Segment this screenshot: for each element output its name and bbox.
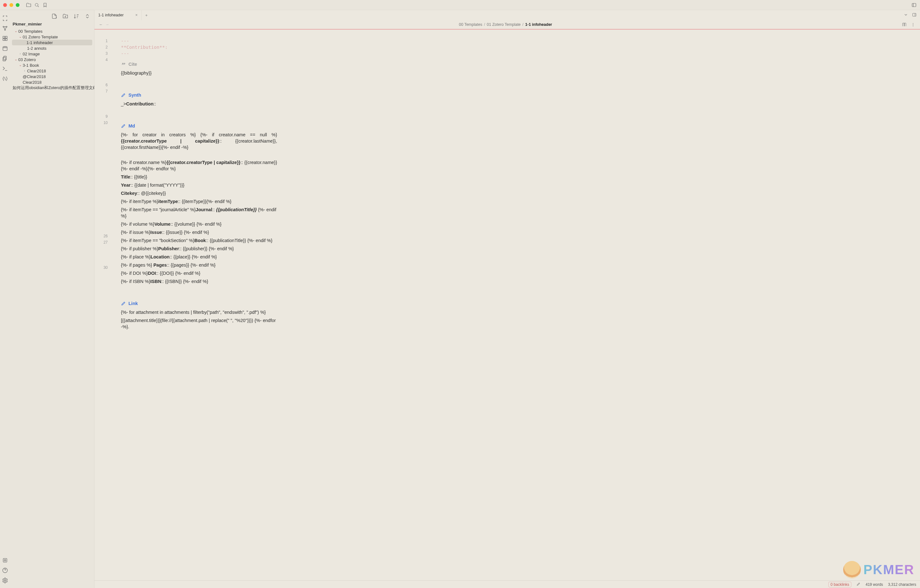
reading-view-icon[interactable]	[902, 22, 907, 28]
svg-rect-6	[5, 36, 7, 38]
svg-rect-8	[5, 39, 7, 40]
heading-cite: Cite	[121, 61, 277, 67]
svg-rect-9	[3, 47, 7, 51]
heading-link: Link	[121, 300, 277, 306]
breadcrumb-bar: ← → 00 Templates / 01 Zotero Template / …	[94, 20, 920, 29]
explorer-toolbar	[10, 10, 94, 21]
tree-label: 03 Zotero	[18, 57, 36, 62]
file-tree: 00 Templates01 Zotero Template1-1 infohe…	[10, 28, 94, 588]
svg-point-0	[35, 3, 38, 6]
heading-md: Md	[121, 123, 277, 129]
folder-item[interactable]: 00 Templates	[10, 28, 94, 34]
minimize-window[interactable]	[10, 3, 13, 7]
svg-point-13	[5, 560, 6, 561]
sort-icon[interactable]	[73, 13, 79, 19]
file-item[interactable]: 如何运用obsidian和Zotero的插件配置整理文献管理实现...	[10, 85, 94, 91]
tree-label: Clear2018	[22, 80, 42, 85]
pencil-icon	[121, 301, 126, 306]
ribbon	[0, 10, 10, 588]
tab-dropdown-icon[interactable]	[904, 13, 908, 18]
graph-icon[interactable]	[2, 25, 8, 31]
settings-icon[interactable]	[2, 577, 8, 583]
folder-item[interactable]: 03 Zotero	[10, 57, 94, 62]
files-icon[interactable]	[2, 55, 8, 62]
tree-label: 01 Zotero Template	[22, 35, 58, 39]
svg-point-15	[5, 580, 6, 582]
folder-item[interactable]: 02 Image	[10, 51, 94, 57]
svg-rect-12	[3, 559, 7, 562]
tree-label: 1-1 infoheader	[26, 40, 53, 45]
editor[interactable]: 123467910262730 --- **Contribution**: --…	[94, 29, 920, 580]
vault-switcher-icon[interactable]	[2, 557, 8, 564]
edit-mode-icon[interactable]	[857, 582, 860, 587]
tree-label: @Clear2018	[22, 74, 45, 79]
quote-icon	[121, 62, 126, 67]
file-item[interactable]: 1-2 annots	[10, 45, 94, 51]
daily-note-icon[interactable]	[2, 45, 8, 52]
help-icon[interactable]	[2, 567, 8, 573]
tab-infoheader[interactable]: 1-1 infoheader ×	[94, 10, 142, 20]
new-note-icon[interactable]	[51, 13, 57, 19]
tree-label: 02 Image	[22, 52, 40, 56]
tree-label: 00 Templates	[18, 29, 42, 34]
svg-point-17	[913, 23, 914, 24]
tree-label: Clear2018	[26, 69, 46, 73]
folder-item[interactable]: 3-1 Book	[10, 62, 94, 68]
new-tab-button[interactable]: +	[142, 10, 151, 20]
tab-title: 1-1 infoheader	[98, 13, 124, 17]
tree-label: 1-2 annots	[26, 46, 46, 51]
file-explorer: Pkmer_mimier 00 Templates01 Zotero Templ…	[10, 10, 94, 588]
maximize-window[interactable]	[16, 3, 19, 7]
svg-point-19	[913, 26, 914, 26]
backlinks-count[interactable]: 0 backlinks	[828, 582, 851, 587]
search-icon[interactable]	[34, 2, 40, 8]
command-icon[interactable]	[2, 65, 8, 72]
templater-icon[interactable]	[2, 76, 8, 82]
file-item[interactable]: @Clear2018	[10, 74, 94, 79]
line-gutter: 123467910262730	[94, 38, 113, 343]
vault-icon[interactable]	[26, 2, 31, 8]
svg-rect-10	[4, 56, 6, 60]
file-item[interactable]: 1-1 infoheader	[12, 40, 92, 45]
svg-rect-11	[3, 57, 5, 61]
document-body[interactable]: --- **Contribution**: --- Cite {{bibliog…	[113, 38, 277, 343]
collapse-icon[interactable]	[84, 13, 91, 19]
canvas-icon[interactable]	[2, 35, 8, 42]
svg-point-18	[913, 24, 914, 25]
titlebar	[0, 0, 920, 10]
more-options-icon[interactable]	[910, 22, 915, 28]
new-folder-icon[interactable]	[62, 13, 68, 19]
status-bar: 0 backlinks 419 words 3,312 characters	[94, 580, 920, 588]
left-panel-toggle-icon[interactable]	[911, 2, 917, 8]
nav-back-icon[interactable]: ←	[99, 22, 103, 27]
tab-bar: 1-1 infoheader × +	[94, 10, 920, 20]
pencil-icon	[121, 123, 126, 128]
tree-label: 如何运用obsidian和Zotero的插件配置整理文献管理实现...	[12, 85, 94, 91]
nav-forward-icon[interactable]: →	[105, 22, 110, 27]
close-window[interactable]	[3, 3, 7, 7]
window-controls	[3, 3, 19, 7]
svg-point-4	[5, 29, 5, 30]
heading-synth: Synth	[121, 92, 277, 98]
bookmark-icon[interactable]	[42, 2, 48, 8]
svg-rect-16	[913, 13, 916, 16]
quick-switcher-icon[interactable]	[2, 15, 8, 21]
breadcrumb[interactable]: 00 Templates / 01 Zotero Template / 1-1 …	[112, 22, 899, 27]
char-count: 3,312 characters	[888, 582, 916, 587]
vault-name: Pkmer_mimier	[10, 21, 94, 28]
svg-rect-7	[3, 39, 5, 40]
workspace: 1-1 infoheader × + ← → 00 Templates / 01…	[94, 10, 920, 588]
close-tab-icon[interactable]: ×	[135, 13, 138, 17]
tree-label: 3-1 Book	[22, 63, 39, 68]
svg-rect-5	[3, 36, 5, 38]
svg-rect-1	[912, 3, 916, 6]
folder-item[interactable]: Clear2018	[10, 68, 94, 74]
file-item[interactable]: Clear2018	[10, 79, 94, 85]
word-count: 419 words	[865, 582, 883, 587]
pencil-icon	[121, 92, 126, 97]
right-panel-toggle-icon[interactable]	[912, 12, 917, 18]
folder-item[interactable]: 01 Zotero Template	[10, 34, 94, 40]
